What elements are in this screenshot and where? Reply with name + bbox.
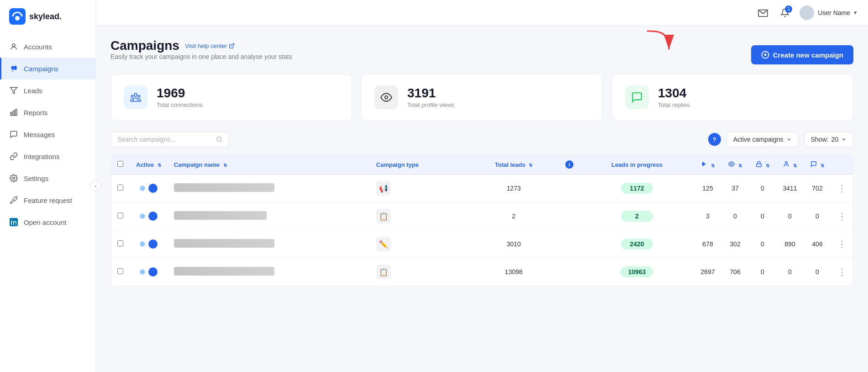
sidebar-nav: Accounts Campaigns Leads Reports bbox=[0, 32, 95, 372]
active-toggle[interactable] bbox=[148, 267, 158, 276]
eye-icon bbox=[380, 91, 392, 103]
row-checkbox[interactable] bbox=[117, 268, 123, 274]
row-more-button[interactable]: ⋮ bbox=[837, 239, 847, 250]
row-active-cell bbox=[130, 175, 168, 202]
sidebar-item-messages[interactable]: Messages bbox=[0, 123, 95, 145]
search-input[interactable] bbox=[117, 136, 212, 143]
th-active[interactable]: Active ⇅ bbox=[130, 155, 168, 175]
active-campaigns-dropdown[interactable]: Active campaigns bbox=[726, 132, 799, 147]
row-c7-cell: 125 bbox=[694, 175, 721, 202]
row-campaign-type-cell: 📋 bbox=[370, 202, 469, 230]
row-leads-progress-cell: 10963 bbox=[580, 258, 694, 286]
sort-leads-icon: ⇅ bbox=[529, 163, 532, 168]
connections-label: Total connections bbox=[157, 101, 202, 108]
person-icon bbox=[9, 42, 18, 51]
row-campaign-name-cell: █████████ ████████ ██████ ██ bbox=[168, 258, 370, 286]
logo-text: skylead. bbox=[29, 12, 62, 21]
active-toggle[interactable] bbox=[148, 239, 158, 249]
sidebar-item-leads-label: Leads bbox=[24, 87, 42, 95]
dropdown-chevron-icon: ▾ bbox=[854, 9, 857, 16]
row-c9-cell: 0 bbox=[749, 230, 776, 258]
mail-icon-button[interactable] bbox=[756, 5, 770, 20]
th-col7[interactable]: ⇅ bbox=[694, 155, 721, 175]
chevron-down-icon-show bbox=[841, 137, 847, 142]
replies-label: Total replies bbox=[658, 101, 689, 108]
logo-area: skylead. bbox=[0, 0, 95, 32]
play-icon bbox=[701, 161, 707, 167]
notification-count: 1 bbox=[785, 5, 792, 13]
row-campaign-type-cell: 📢 bbox=[370, 175, 469, 202]
sort-col11: ⇅ bbox=[821, 163, 824, 168]
sidebar-item-accounts[interactable]: Accounts bbox=[0, 36, 95, 58]
active-campaigns-label: Active campaigns bbox=[733, 136, 784, 143]
gear-icon bbox=[9, 174, 18, 183]
sidebar-item-integrations[interactable]: Integrations bbox=[0, 145, 95, 167]
row-total-leads-cell: 3010 bbox=[468, 230, 559, 258]
help-center-link[interactable]: Visit help center bbox=[185, 43, 235, 49]
row-more-button[interactable]: ⋮ bbox=[837, 211, 847, 222]
sidebar-item-campaigns[interactable]: Campaigns bbox=[0, 58, 95, 80]
svg-point-13 bbox=[385, 96, 388, 99]
row-campaign-type-cell: 📋 bbox=[370, 258, 469, 286]
page-subtitle: Easily track your campaigns in one place… bbox=[110, 53, 292, 60]
show-label: Show: bbox=[811, 136, 829, 143]
user-menu[interactable]: User Name ▾ bbox=[800, 5, 857, 20]
connections-number: 1969 bbox=[157, 86, 202, 101]
row-c10-cell: 0 bbox=[776, 258, 804, 286]
create-campaign-button[interactable]: Create new campaign bbox=[751, 45, 853, 64]
select-all-checkbox[interactable] bbox=[117, 161, 123, 167]
message-col-icon bbox=[810, 161, 817, 167]
th-col9[interactable]: ⇅ bbox=[749, 155, 776, 175]
sidebar-item-accounts-label: Accounts bbox=[24, 43, 52, 51]
th-total-leads[interactable]: Total leads ⇅ bbox=[468, 155, 559, 175]
notification-bell-button[interactable]: 1 bbox=[778, 5, 792, 20]
th-col11[interactable]: ⇅ bbox=[804, 155, 831, 175]
row-active-cell bbox=[130, 258, 168, 286]
help-center-label: Visit help center bbox=[185, 43, 227, 49]
sidebar-item-leads[interactable]: Leads bbox=[0, 80, 95, 101]
profile-views-label: Total profile views bbox=[407, 101, 454, 108]
show-count-dropdown[interactable]: Show: 20 bbox=[804, 132, 854, 147]
sidebar-item-open-account[interactable]: Open account bbox=[0, 211, 95, 233]
sidebar-item-open-account-label: Open account bbox=[24, 218, 66, 226]
table-row: ██████ ██████████ ████████ 📢 1273 1172 1… bbox=[111, 175, 853, 202]
sidebar-item-messages-label: Messages bbox=[24, 131, 55, 138]
stat-card-profile-views: 3191 Total profile views bbox=[361, 74, 603, 121]
row-checkbox[interactable] bbox=[117, 240, 123, 246]
row-c7-cell: 3 bbox=[694, 202, 721, 230]
row-more-button[interactable]: ⋮ bbox=[837, 266, 847, 277]
sidebar-item-integrations-label: Integrations bbox=[24, 153, 59, 160]
sidebar-item-settings-label: Settings bbox=[24, 175, 48, 182]
bar-chart-icon bbox=[9, 108, 18, 117]
active-toggle[interactable] bbox=[148, 184, 158, 193]
row-campaign-name-cell: ██████ ██████████ ████████ bbox=[168, 175, 370, 202]
th-campaign-name[interactable]: Campaign name ⇅ bbox=[168, 155, 370, 175]
th-col8[interactable]: ⇅ bbox=[721, 155, 749, 175]
row-total-leads-cell: 13098 bbox=[468, 258, 559, 286]
help-tooltip-button[interactable]: ? bbox=[708, 133, 721, 146]
sidebar-item-reports[interactable]: Reports bbox=[0, 101, 95, 123]
row-c11-cell: 0 bbox=[804, 202, 831, 230]
th-info: i bbox=[559, 155, 580, 175]
eye-col-icon bbox=[728, 161, 735, 167]
row-c10-cell: 3411 bbox=[776, 175, 804, 202]
user-name-label: User Name bbox=[818, 9, 850, 16]
sidebar-collapse-button[interactable]: ‹ bbox=[90, 181, 101, 191]
search-box bbox=[110, 132, 229, 147]
active-toggle[interactable] bbox=[148, 212, 158, 221]
row-leads-progress-cell: 2420 bbox=[580, 230, 694, 258]
svg-rect-18 bbox=[757, 164, 762, 166]
row-checkbox[interactable] bbox=[117, 185, 123, 191]
megaphone-icon bbox=[9, 64, 18, 73]
th-checkbox bbox=[111, 155, 130, 175]
th-col10[interactable]: ⇅ bbox=[776, 155, 804, 175]
sidebar-item-settings[interactable]: Settings bbox=[0, 167, 95, 189]
svg-rect-3 bbox=[11, 112, 12, 116]
row-c8-cell: 37 bbox=[721, 175, 749, 202]
row-checkbox[interactable] bbox=[117, 213, 123, 218]
sidebar-item-feature-request[interactable]: Feature request bbox=[0, 189, 95, 211]
row-more-button[interactable]: ⋮ bbox=[837, 183, 847, 194]
row-checkbox-cell bbox=[111, 175, 130, 202]
svg-line-9 bbox=[231, 43, 234, 46]
campaign-type-icon: 📋 bbox=[376, 265, 391, 279]
